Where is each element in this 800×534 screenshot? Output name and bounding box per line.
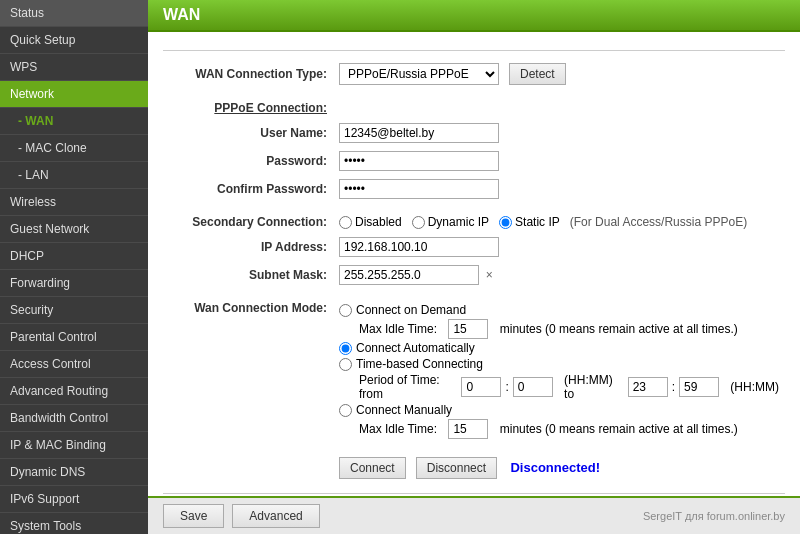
radio-disabled[interactable]	[339, 216, 352, 229]
radio-time-based[interactable]	[339, 358, 352, 371]
connect-disconnect-cell: Connect Disconnect Disconnected!	[333, 453, 785, 483]
period-to-h-input[interactable]	[628, 377, 668, 397]
form-table: WAN Connection Type: PPPoE/Russia PPPoE …	[163, 59, 785, 483]
confirm-password-label: Confirm Password:	[163, 175, 333, 203]
sidebar-item-system-tools[interactable]: System Tools	[0, 513, 148, 534]
max-idle-row2: Max Idle Time: minutes (0 means remain a…	[359, 419, 779, 439]
sidebar-item-access-control[interactable]: Access Control	[0, 351, 148, 378]
period-colon2: :	[672, 380, 675, 394]
subnet-clear-icon[interactable]: ×	[486, 268, 493, 282]
secondary-connection-radio-group: Disabled Dynamic IP Static IP (For Dual …	[339, 215, 779, 229]
wan-connection-type-label: WAN Connection Type:	[163, 59, 333, 89]
radio-connect-on-demand[interactable]	[339, 304, 352, 317]
username-cell	[333, 119, 785, 147]
max-idle-row1: Max Idle Time: minutes (0 means remain a…	[359, 319, 779, 339]
radio-static-ip[interactable]	[499, 216, 512, 229]
connect-manually-row: Connect Manually	[339, 403, 779, 417]
advanced-button[interactable]: Advanced	[232, 504, 319, 528]
ip-address-cell	[333, 233, 785, 261]
period-from-m-input[interactable]	[513, 377, 553, 397]
period-hhmm2: (HH:MM)	[730, 380, 779, 394]
confirm-password-cell	[333, 175, 785, 203]
sidebar-item-mac-clone[interactable]: - MAC Clone	[0, 135, 148, 162]
connect-automatically-label: Connect Automatically	[356, 341, 475, 355]
connect-manually-label: Connect Manually	[356, 403, 452, 417]
footer-buttons: Save Advanced	[163, 504, 320, 528]
subnet-mask-label: Subnet Mask:	[163, 261, 333, 289]
subnet-mask-input[interactable]	[339, 265, 479, 285]
max-idle-label1: Max Idle Time:	[359, 322, 437, 336]
sidebar-item-wan[interactable]: - WAN	[0, 108, 148, 135]
period-from-h-input[interactable]	[461, 377, 501, 397]
sidebar-item-security[interactable]: Security	[0, 297, 148, 324]
time-based-label: Time-based Connecting	[356, 357, 483, 371]
username-input[interactable]	[339, 123, 499, 143]
password-label: Password:	[163, 147, 333, 175]
sidebar-item-lan[interactable]: - LAN	[0, 162, 148, 189]
pppoe-connection-label: PPPoE Connection:	[163, 97, 333, 119]
secondary-connection-label: Secondary Connection:	[163, 211, 333, 233]
password-cell	[333, 147, 785, 175]
radio-static-ip-label[interactable]: Static IP	[499, 215, 560, 229]
content-area: WAN Connection Type: PPPoE/Russia PPPoE …	[148, 32, 800, 496]
sidebar-item-forwarding[interactable]: Forwarding	[0, 270, 148, 297]
disconnected-status: Disconnected!	[510, 460, 600, 475]
connect-on-demand-label: Connect on Demand	[356, 303, 466, 317]
wan-connection-mode-cell: Connect on Demand Max Idle Time: minutes…	[333, 297, 785, 445]
sidebar-item-advanced-routing[interactable]: Advanced Routing	[0, 378, 148, 405]
sidebar-item-dynamic-dns[interactable]: Dynamic DNS	[0, 459, 148, 486]
radio-disabled-label[interactable]: Disabled	[339, 215, 402, 229]
radio-dynamic-ip[interactable]	[412, 216, 425, 229]
wan-connection-mode-label: Wan Connection Mode:	[163, 297, 333, 445]
sidebar-item-parental-control[interactable]: Parental Control	[0, 324, 148, 351]
sidebar-item-ipv6-support[interactable]: IPv6 Support	[0, 486, 148, 513]
radio-connect-automatically[interactable]	[339, 342, 352, 355]
confirm-password-input[interactable]	[339, 179, 499, 199]
wan-connection-type-cell: PPPoE/Russia PPPoE Detect	[333, 59, 785, 89]
sidebar-item-bandwidth-control[interactable]: Bandwidth Control	[0, 405, 148, 432]
max-idle-input2[interactable]	[448, 419, 488, 439]
connect-automatically-row: Connect Automatically	[339, 341, 779, 355]
detect-button[interactable]: Detect	[509, 63, 566, 85]
radio-connect-manually[interactable]	[339, 404, 352, 417]
static-ip-note: (For Dual Access/Russia PPPoE)	[570, 215, 747, 229]
ip-address-input[interactable]	[339, 237, 499, 257]
max-idle-label2: Max Idle Time:	[359, 422, 437, 436]
period-hhmm1: (HH:MM) to	[564, 373, 616, 401]
disconnect-button[interactable]: Disconnect	[416, 457, 497, 479]
period-to-m-input[interactable]	[679, 377, 719, 397]
footer-bar: Save Advanced SergeIT для forum.onliner.…	[148, 496, 800, 534]
save-button[interactable]: Save	[163, 504, 224, 528]
sidebar-item-dhcp[interactable]: DHCP	[0, 243, 148, 270]
sidebar-item-wireless[interactable]: Wireless	[0, 189, 148, 216]
connect-on-demand-row: Connect on Demand	[339, 303, 779, 317]
sidebar-item-quick-setup[interactable]: Quick Setup	[0, 27, 148, 54]
max-idle-input1[interactable]	[448, 319, 488, 339]
wan-connection-type-select[interactable]: PPPoE/Russia PPPoE	[339, 63, 499, 85]
ip-address-label: IP Address:	[163, 233, 333, 261]
username-label: User Name:	[163, 119, 333, 147]
period-colon1: :	[505, 380, 508, 394]
connect-button[interactable]: Connect	[339, 457, 406, 479]
max-idle-note2: minutes (0 means remain active at all ti…	[500, 422, 738, 436]
subnet-mask-cell: ×	[333, 261, 785, 289]
sidebar-item-status[interactable]: Status	[0, 0, 148, 27]
sidebar-item-ip-mac-binding[interactable]: IP & MAC Binding	[0, 432, 148, 459]
time-based-row: Time-based Connecting	[339, 357, 779, 371]
footer-watermark: SergeIT для forum.onliner.by	[643, 510, 785, 522]
time-period-row: Period of Time: from : (HH:MM) to : (HH:…	[359, 373, 779, 401]
sidebar: Status Quick Setup WPS Network - WAN - M…	[0, 0, 148, 534]
secondary-connection-cell: Disabled Dynamic IP Static IP (For Dual …	[333, 211, 785, 233]
page-title: WAN	[148, 0, 800, 32]
main-panel: WAN WAN Connection Type: PPPoE/Russia PP…	[148, 0, 800, 534]
radio-dynamic-ip-label[interactable]: Dynamic IP	[412, 215, 489, 229]
sidebar-item-network[interactable]: Network	[0, 81, 148, 108]
sidebar-item-wps[interactable]: WPS	[0, 54, 148, 81]
password-input[interactable]	[339, 151, 499, 171]
period-from-label: Period of Time: from	[359, 373, 450, 401]
max-idle-note1: minutes (0 means remain active at all ti…	[500, 322, 738, 336]
sidebar-item-guest-network[interactable]: Guest Network	[0, 216, 148, 243]
